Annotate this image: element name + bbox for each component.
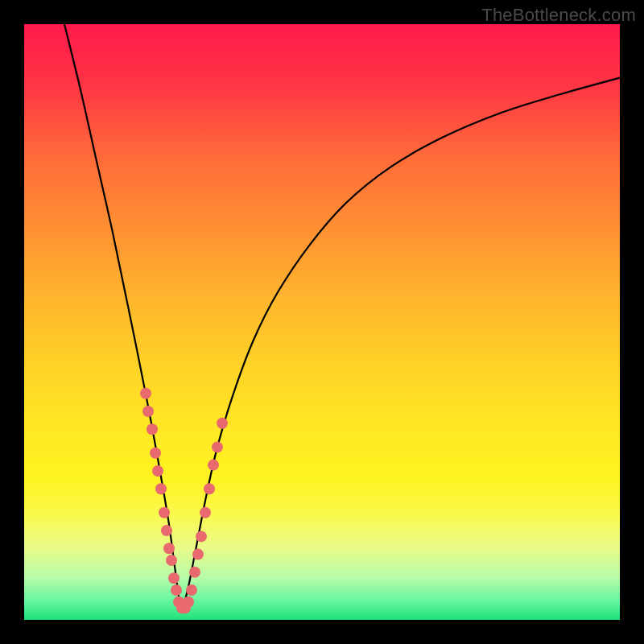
sample-point xyxy=(159,507,170,518)
sample-point xyxy=(183,597,194,608)
bottleneck-curve xyxy=(64,24,620,609)
sample-point xyxy=(186,584,197,596)
chart-frame: TheBottleneck.com xyxy=(0,0,644,644)
sample-point xyxy=(192,549,204,560)
sample-point xyxy=(150,448,161,459)
sample-point xyxy=(208,460,219,471)
sample-point xyxy=(189,567,200,578)
sample-point xyxy=(166,555,177,566)
sample-point xyxy=(152,465,163,477)
sample-point xyxy=(142,406,154,417)
sample-point xyxy=(155,483,167,494)
sample-point xyxy=(204,483,215,494)
sample-point xyxy=(217,418,228,429)
sample-point xyxy=(196,530,207,542)
sample-point xyxy=(212,441,223,452)
sample-point xyxy=(168,572,180,584)
watermark-label: TheBottleneck.com xyxy=(481,5,636,26)
curve-layer xyxy=(24,24,620,620)
sample-point xyxy=(147,423,158,435)
sample-points-group xyxy=(140,388,228,613)
sample-point xyxy=(163,543,175,554)
sample-point xyxy=(171,584,182,596)
sample-point xyxy=(140,388,151,399)
sample-point xyxy=(161,525,172,536)
sample-point xyxy=(200,507,211,518)
plot-area xyxy=(24,24,620,620)
